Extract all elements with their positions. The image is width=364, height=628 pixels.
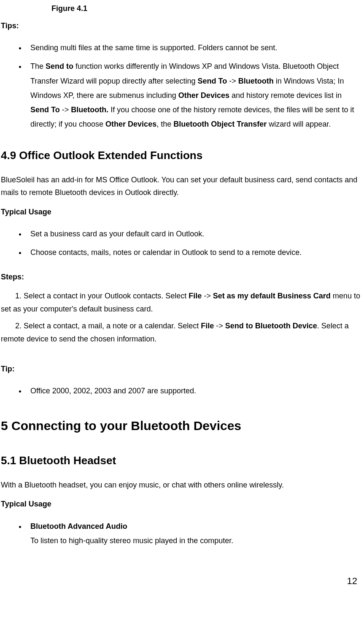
text-bold: Send To: [30, 106, 60, 114]
list-item: Sending multi files at the same time is …: [26, 41, 361, 55]
section-5-1-intro: With a Bluetooth headset, you can enjoy …: [1, 479, 361, 492]
step-1: 1. Select a contact in your Outlook cont…: [1, 290, 361, 315]
text-bold: Bluetooth Object Transfer: [173, 120, 267, 128]
usage-item-desc: To listen to high-quality stereo music p…: [30, 536, 233, 545]
text-bold: Other Devices: [105, 120, 156, 128]
text: wizard will appear.: [267, 120, 331, 128]
typical-usage-label-5-1: Typical Usage: [1, 498, 361, 511]
section-4-9-intro: BlueSoleil has an add-in for MS Office O…: [1, 173, 361, 199]
text-bold: Other Devices: [178, 91, 229, 100]
list-item: Choose contacts, mails, notes or calenda…: [26, 245, 361, 260]
tip-label: Tip:: [1, 363, 361, 376]
text-bold: Send To: [197, 77, 227, 85]
typical-usage-list-5-1: Bluetooth Advanced Audio To listen to hi…: [1, 519, 361, 548]
text: and history remote devices list in: [229, 91, 342, 100]
steps-label: Steps:: [1, 271, 361, 284]
chapter-5-heading: 5 Connecting to your Bluetooth Devices: [1, 415, 361, 436]
section-5-1-heading: 5.1 Bluetooth Headset: [1, 451, 361, 470]
list-item: The Send to function works differently i…: [26, 59, 361, 131]
list-item: Set a business card as your default card…: [26, 227, 361, 241]
text-bold: Bluetooth: [238, 77, 274, 85]
tips-label: Tips:: [1, 19, 361, 32]
figure-label: Figure 4.1: [51, 2, 361, 15]
typical-usage-label: Typical Usage: [1, 206, 361, 219]
text: ->: [202, 292, 213, 300]
text: ->: [227, 77, 238, 85]
tip-list: Office 2000, 2002, 2003 and 2007 are sup…: [1, 384, 361, 398]
text: , the: [156, 120, 173, 128]
text-bold: Set as my default Business Card: [213, 292, 331, 300]
text-bold: Send to: [46, 62, 73, 70]
text: ->: [60, 106, 71, 114]
typical-usage-list: Set a business card as your default card…: [1, 227, 361, 260]
section-4-9-heading: 4.9 Office Outlook Extended Functions: [1, 146, 361, 165]
text: The: [30, 62, 46, 70]
page-number: 12: [1, 573, 361, 589]
text-bold: Bluetooth.: [71, 106, 108, 114]
text-bold: Send to Bluetooth Device: [225, 322, 317, 330]
tips-list: Sending multi files at the same time is …: [1, 41, 361, 131]
usage-item-title: Bluetooth Advanced Audio: [30, 522, 127, 531]
list-item: Office 2000, 2002, 2003 and 2007 are sup…: [26, 384, 361, 398]
text-bold: File: [201, 322, 214, 330]
text: ->: [214, 322, 225, 330]
text-bold: File: [189, 292, 202, 300]
step-2: 2. Select a contact, a mail, a note or a…: [1, 319, 361, 345]
text: 2. Select a contact, a mail, a note or a…: [15, 322, 201, 330]
text: 1. Select a contact in your Outlook cont…: [15, 292, 189, 300]
list-item: Bluetooth Advanced Audio To listen to hi…: [26, 519, 361, 548]
